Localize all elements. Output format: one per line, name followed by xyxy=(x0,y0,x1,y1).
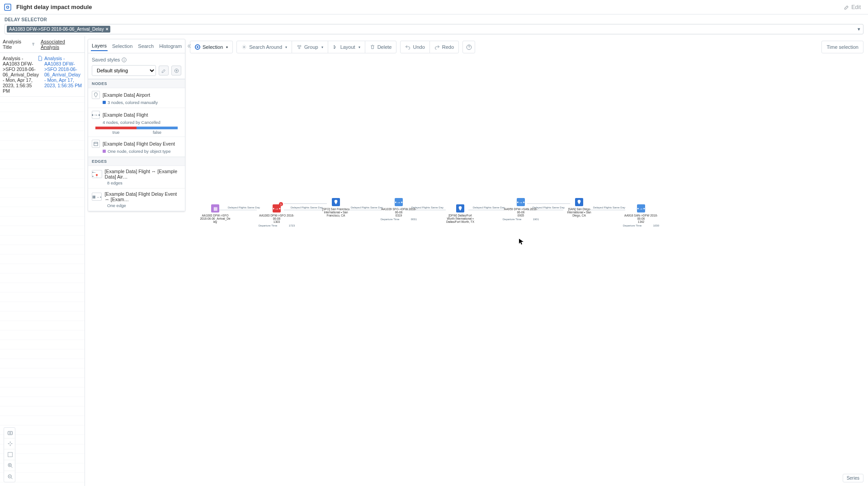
calendar-icon xyxy=(92,140,100,148)
trash-icon xyxy=(370,44,375,50)
flight-icon: •→• xyxy=(517,198,525,206)
zoom-out-button[interactable] xyxy=(4,471,16,482)
svg-rect-2 xyxy=(8,431,12,434)
flight-icon: •→•1 xyxy=(273,204,281,212)
delay-selector-pill[interactable]: AA1083 DFW->SFO 2018-06-06_Arrival_Delay… xyxy=(7,26,110,33)
graph-canvas[interactable]: Delayed Flights Same Day Delayed Flights… xyxy=(85,36,868,486)
saved-styles-select[interactable]: Default styling xyxy=(92,65,156,76)
location-pin-icon xyxy=(92,91,100,99)
nodes-section-header: NODES xyxy=(88,79,185,88)
style-panel: Layers Selection Search Histogram Saved … xyxy=(88,39,185,212)
screenshot-button[interactable] xyxy=(4,428,16,439)
layout-icon xyxy=(333,44,338,50)
panel-collapse-button[interactable] xyxy=(186,42,193,51)
edge-event-flight[interactable]: ▦ – •[Example Data] Flight Delay Event ↔… xyxy=(88,189,185,211)
tab-selection[interactable]: Selection xyxy=(111,42,133,51)
tab-histogram[interactable]: Histogram xyxy=(158,42,183,51)
node-airport-sfo[interactable]: [SFO] San FranciscoInternational • SanFr… xyxy=(320,198,352,217)
info-icon[interactable] xyxy=(122,57,127,62)
undo-icon xyxy=(405,44,410,50)
location-pin-icon xyxy=(456,204,464,212)
canvas-tools-strip xyxy=(4,427,15,482)
fit-button[interactable] xyxy=(4,449,16,460)
pill-remove-icon[interactable]: × xyxy=(106,27,108,32)
sort-icon xyxy=(31,42,35,47)
svg-rect-0 xyxy=(5,4,11,10)
svg-rect-4 xyxy=(8,453,12,457)
zoom-in-button[interactable] xyxy=(4,460,16,471)
group-button[interactable]: Group▾ xyxy=(292,41,328,53)
saved-styles-label: Saved styles xyxy=(92,57,120,62)
target-icon xyxy=(195,44,200,50)
page-title: Flight delay impact module xyxy=(16,4,92,10)
alert-badge: 1 xyxy=(279,202,283,206)
redo-button[interactable]: Redo xyxy=(430,41,458,53)
delay-selector-dropdown[interactable]: AA1083 DFW->SFO 2018-06-06_Arrival_Delay… xyxy=(5,24,863,34)
tab-search[interactable]: Search xyxy=(137,42,155,51)
mouse-cursor xyxy=(519,239,524,245)
series-chip[interactable]: Series xyxy=(843,474,863,482)
edge-icon: ▦ – • xyxy=(92,193,102,201)
edge-icon: •–• 📍 xyxy=(92,170,102,178)
analysis-row[interactable]: Analysis - AA1083 DFW->SFO 2018-06-06_Ar… xyxy=(0,53,85,97)
cancelled-legend-bar xyxy=(95,127,178,129)
pencil-icon xyxy=(161,68,166,73)
help-button[interactable] xyxy=(462,41,475,53)
edge-label: Delayed Flights Same Day xyxy=(351,206,383,209)
node-airport-dfw[interactable]: [DFW] Dallas/FortWorth International •Da… xyxy=(442,204,478,223)
col-header-associated-analysis[interactable]: Associated Analysis xyxy=(38,36,85,52)
pencil-icon xyxy=(844,5,849,10)
node-type-delay-event[interactable]: [Example Data] Flight Delay Event One no… xyxy=(88,137,185,157)
chevron-left-icon xyxy=(187,43,193,49)
svg-point-13 xyxy=(299,47,300,49)
search-around-icon xyxy=(241,44,247,50)
time-selection-button[interactable]: Time selection xyxy=(821,41,863,53)
edge-label: Delayed Flights Same Day xyxy=(593,206,625,209)
svg-point-10 xyxy=(244,47,245,48)
add-style-button[interactable] xyxy=(171,66,181,75)
svg-point-1 xyxy=(7,6,9,8)
analysis-title-cell: Analysis - AA1083 DFW->SFO 2018-06-06_Ar… xyxy=(3,56,38,94)
node-flight-aa959[interactable]: •→• AA959 DFW->SAN 2018-06-060935 Depart… xyxy=(503,198,539,221)
node-flight-aa1039[interactable]: •→• AA1039 SFO->DFW 2018-06-060319 Depar… xyxy=(381,198,417,221)
svg-rect-9 xyxy=(94,142,98,146)
layout-button[interactable]: Layout▾ xyxy=(328,41,365,53)
location-pin-icon xyxy=(575,198,583,206)
node-type-flight[interactable]: •→•[Example Data] Flight 4 nodes, colore… xyxy=(88,108,185,137)
plus-circle-icon xyxy=(174,68,179,73)
collapse-button[interactable] xyxy=(4,439,16,449)
flight-icon: •→• xyxy=(637,204,645,212)
group-icon xyxy=(297,44,302,50)
svg-point-11 xyxy=(297,45,299,47)
edge-label: Delayed Flights Same Day xyxy=(291,206,323,209)
node-flight-aa1083[interactable]: •→•1 AA1083 DFW->SFO 2018-06-061303 Depa… xyxy=(259,204,295,227)
redo-icon xyxy=(434,44,440,50)
node-airport-san[interactable]: [SAN] San DiegoInternational • SanDiego,… xyxy=(563,198,595,217)
node-delay-event[interactable]: ▦ AA1083 DFW->SFO2018-06-06_Arrival_Dela… xyxy=(197,204,233,223)
edges-section-header: EDGES xyxy=(88,157,185,166)
edit-style-button[interactable] xyxy=(159,66,169,75)
help-icon xyxy=(466,44,472,50)
delete-button[interactable]: Delete xyxy=(365,41,396,53)
flight-icon: •→• xyxy=(395,198,403,206)
selection-tool-button[interactable]: Selection▾ xyxy=(190,41,232,53)
search-around-button[interactable]: Search Around▾ xyxy=(237,41,292,53)
location-pin-icon xyxy=(332,198,340,206)
svg-point-3 xyxy=(9,432,10,434)
document-icon xyxy=(38,56,42,61)
edge-flight-airport[interactable]: •–• 📍[Example Data] Flight ↔ [Example Da… xyxy=(88,166,185,189)
calendar-icon: ▦ xyxy=(211,204,219,212)
undo-button[interactable]: Undo xyxy=(401,41,429,53)
edit-button[interactable]: Edit xyxy=(840,2,864,12)
node-type-airport[interactable]: [Example Data] Airport 3 nodes, colored … xyxy=(88,88,185,108)
delay-selector-label: DELAY SELECTOR xyxy=(5,17,863,22)
node-flight-aa918[interactable]: •→• AA918 SAN->DFW 2018-06-061342 Depart… xyxy=(623,204,659,227)
svg-point-12 xyxy=(300,45,301,47)
col-header-analysis-title[interactable]: Analysis Title xyxy=(0,36,38,52)
app-icon xyxy=(4,3,12,11)
flight-icon: •→• xyxy=(92,111,100,119)
associated-analysis-link[interactable]: Analysis - AA1083 DFW->SFO 2018-06-06_Ar… xyxy=(38,56,82,94)
tab-layers[interactable]: Layers xyxy=(91,41,108,51)
